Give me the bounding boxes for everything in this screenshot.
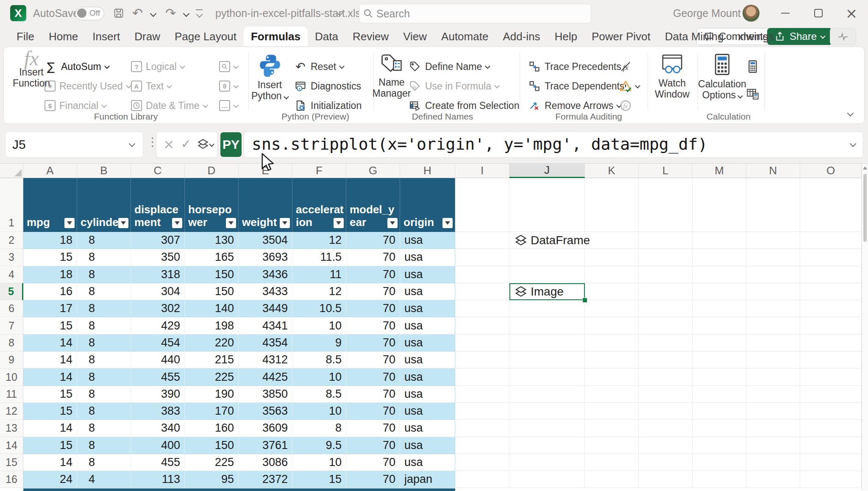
cell-H6[interactable]: usa — [400, 300, 455, 317]
cell-L9[interactable] — [639, 352, 693, 368]
cell-O10[interactable] — [800, 368, 862, 385]
cell-G4[interactable]: 70 — [346, 266, 400, 283]
cell-M4[interactable] — [693, 266, 746, 283]
row-header-11[interactable]: 11 — [0, 386, 23, 403]
cell-M5[interactable] — [693, 283, 746, 300]
document-title[interactable]: python-in-excel-pitfalls-start.xlsx — [215, 0, 366, 26]
cell-N13[interactable] — [746, 420, 800, 437]
filter-dropdown-icon[interactable] — [64, 218, 75, 228]
cell-J13[interactable] — [509, 420, 585, 437]
cell-D14[interactable]: 150 — [185, 437, 239, 454]
cell-B9[interactable]: 8 — [77, 352, 131, 368]
undo-menu-chevron-icon[interactable] — [150, 10, 157, 17]
cell-G16[interactable]: 70 — [346, 471, 400, 488]
cell-I10[interactable] — [455, 368, 509, 385]
cell-L11[interactable] — [639, 386, 693, 403]
cell-M9[interactable] — [693, 352, 746, 368]
cell-M16[interactable] — [693, 471, 746, 488]
cell-E9[interactable]: 4312 — [239, 352, 292, 368]
autosum-button[interactable]: ∑ AutoSum — [45, 59, 109, 74]
cell-D15[interactable]: 225 — [185, 454, 239, 471]
cell-F11[interactable]: 8.5 — [292, 386, 346, 403]
cell-E12[interactable]: 3563 — [239, 403, 292, 420]
cell-B3[interactable]: 8 — [77, 249, 131, 266]
cell-A14[interactable]: 15 — [23, 437, 77, 454]
cell-A2[interactable]: 18 — [23, 232, 77, 249]
cell-I6[interactable] — [455, 300, 509, 317]
cell-C10[interactable]: 455 — [131, 368, 185, 385]
cell-O12[interactable] — [800, 403, 862, 420]
qat-customize-icon[interactable] — [196, 9, 203, 10]
cell-H9[interactable]: usa — [400, 352, 455, 368]
excel-logo-icon[interactable]: X — [10, 5, 26, 21]
trace-dependents-button[interactable]: Trace Dependents — [528, 78, 624, 94]
cell-O2[interactable] — [800, 232, 862, 249]
cell-K2[interactable] — [585, 232, 639, 249]
row-header-16[interactable]: 16 — [0, 471, 23, 488]
cell-F9[interactable]: 8.5 — [292, 352, 346, 368]
cell-K10[interactable] — [585, 368, 639, 385]
cell-M7[interactable] — [693, 318, 746, 335]
cell-I4[interactable] — [455, 266, 509, 283]
cell-G8[interactable]: 70 — [346, 335, 400, 352]
tab-help[interactable]: Help — [548, 27, 584, 46]
tab-data[interactable]: Data — [308, 27, 345, 46]
cell-I16[interactable] — [455, 471, 509, 488]
cell-B12[interactable]: 8 — [77, 403, 131, 420]
cell-I13[interactable] — [455, 420, 509, 437]
filter-dropdown-icon[interactable] — [226, 218, 236, 228]
cell-L7[interactable] — [639, 318, 693, 335]
row-header-10[interactable]: 10 — [0, 368, 23, 385]
row-header-15[interactable]: 15 — [0, 454, 23, 471]
cell-F12[interactable]: 10 — [292, 403, 346, 420]
cell-C9[interactable]: 440 — [131, 352, 185, 368]
avatar[interactable] — [743, 5, 760, 22]
define-name-button[interactable]: Define Name — [409, 59, 490, 74]
initialization-button[interactable]: Initialization — [294, 98, 362, 113]
cell-L5[interactable] — [639, 283, 693, 300]
cell-O4[interactable] — [800, 266, 862, 283]
cell-O13[interactable] — [800, 420, 862, 437]
activity-button[interactable] — [830, 28, 856, 45]
filter-dropdown-icon[interactable] — [387, 218, 398, 228]
tab-formulas[interactable]: Formulas — [244, 27, 308, 46]
cell-I5[interactable] — [455, 283, 509, 300]
cell-F7[interactable]: 10 — [292, 318, 346, 335]
recently-used-button[interactable]: ★ Recently Used — [45, 78, 131, 94]
cell-L14[interactable] — [639, 437, 693, 454]
cell-N3[interactable] — [746, 249, 800, 266]
cell-J1[interactable] — [509, 178, 585, 232]
cell-D10[interactable]: 225 — [185, 368, 239, 385]
cell-I11[interactable] — [455, 386, 509, 403]
cell-K16[interactable] — [585, 471, 639, 488]
cell-L13[interactable] — [639, 420, 693, 437]
cell-O3[interactable] — [800, 249, 862, 266]
cell-N7[interactable] — [746, 318, 800, 335]
cell-M15[interactable] — [693, 454, 746, 471]
cell-A11[interactable]: 15 — [23, 386, 77, 403]
cell-E8[interactable]: 4354 — [239, 335, 292, 352]
cell-A16[interactable]: 24 — [23, 471, 77, 488]
table-header-mpg[interactable]: mpg — [23, 178, 77, 232]
cell-C13[interactable]: 340 — [131, 420, 185, 437]
cell-D6[interactable]: 140 — [185, 300, 239, 317]
cell-C14[interactable]: 400 — [131, 437, 185, 454]
cell-I8[interactable] — [455, 335, 509, 352]
formula-input[interactable]: sns.stripplot(x='origin', y='mpg', data=… — [244, 131, 863, 158]
cell-O8[interactable] — [800, 335, 862, 352]
cell-L8[interactable] — [639, 335, 693, 352]
cell-O6[interactable] — [800, 300, 862, 317]
cell-O16[interactable] — [800, 471, 862, 488]
cell-L10[interactable] — [639, 368, 693, 385]
cell-L1[interactable] — [639, 178, 693, 232]
cell-F2[interactable]: 12 — [292, 232, 346, 249]
cell-D11[interactable]: 190 — [185, 386, 239, 403]
cell-O15[interactable] — [800, 454, 862, 471]
cell-H5[interactable]: usa — [400, 283, 455, 300]
name-box[interactable]: J5 — [5, 131, 143, 158]
row-header-1[interactable]: 1 — [0, 178, 23, 232]
user-name[interactable]: George Mount — [673, 0, 741, 26]
cell-G6[interactable]: 70 — [346, 300, 400, 317]
cell-D4[interactable]: 150 — [185, 266, 239, 283]
cell-C7[interactable]: 429 — [131, 318, 185, 335]
